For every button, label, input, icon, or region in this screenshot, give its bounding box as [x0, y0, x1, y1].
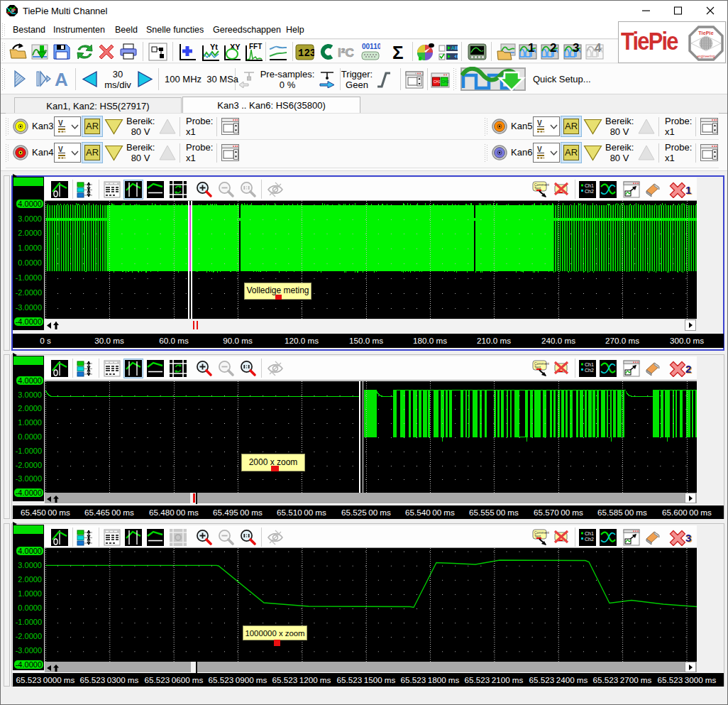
svg-text:3: 3 — [573, 43, 579, 55]
svg-text:engineering: engineering — [697, 55, 715, 58]
svg-text:Ch2: Ch2 — [585, 189, 594, 194]
svg-text:Ch1: Ch1 — [585, 183, 594, 188]
svg-text:00110: 00110 — [362, 43, 380, 50]
svg-text:CH1: CH1 — [434, 80, 441, 84]
svg-text:I²C: I²C — [338, 46, 354, 60]
svg-text:CH2: CH2 — [442, 80, 449, 84]
svg-text:Ch2: Ch2 — [585, 368, 594, 373]
svg-text:V: V — [58, 146, 63, 153]
svg-text:Ch1: Ch1 — [585, 362, 594, 367]
svg-text:A: A — [451, 45, 455, 50]
svg-text:Ch2: Ch2 — [585, 537, 594, 542]
svg-text:V: V — [58, 119, 63, 127]
svg-text:V: V — [537, 119, 542, 127]
svg-text:Σ: Σ — [392, 43, 404, 61]
svg-text:TiePie: TiePie — [698, 31, 714, 35]
svg-text:Yt: Yt — [210, 43, 218, 51]
svg-text:123: 123 — [298, 48, 314, 59]
svg-text:4: 4 — [595, 43, 602, 55]
svg-text:FFT: FFT — [249, 43, 262, 50]
svg-text:V: V — [537, 146, 542, 153]
svg-text:Ch1: Ch1 — [585, 531, 594, 536]
svg-text:1: 1 — [528, 43, 534, 55]
svg-text:2: 2 — [550, 43, 556, 55]
